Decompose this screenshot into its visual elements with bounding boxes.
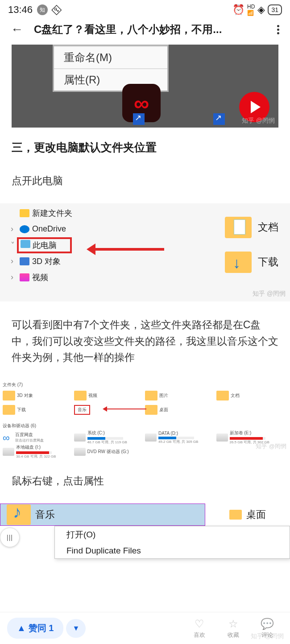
annotation-arrow	[106, 409, 146, 409]
section-heading: 三，更改电脑默认文件夹位置	[0, 140, 290, 155]
comment-icon: 💬	[261, 618, 274, 630]
baidu-icon	[3, 432, 13, 443]
downvote-button[interactable]: ▼	[66, 619, 86, 638]
music-folder-icon	[7, 504, 31, 525]
alarm-icon: ⏰	[232, 4, 244, 16]
article-image-this-pc: 新建文件夹 ›OneDrive ˅ 此电脑 ›3D 对象 ›视频 文档 下载 知…	[0, 203, 290, 301]
section-label-folders: 文件夹 (7)	[3, 382, 23, 388]
tree-video: 视频	[32, 272, 48, 283]
folder-icon	[20, 209, 29, 217]
video-icon	[20, 273, 29, 281]
more-menu-icon[interactable]	[277, 25, 279, 34]
drive-dvd: DVD RW 驱动器 (G:)	[87, 449, 129, 455]
article-image-properties-menu: 音乐 桌面 打开(O) Find Duplicate Files	[0, 504, 290, 556]
shortcut-arrow-icon	[133, 113, 145, 125]
like-button[interactable]: ♡喜欢	[184, 618, 215, 639]
tree-new-folder: 新建文件夹	[32, 208, 72, 219]
heart-icon: ♡	[195, 618, 204, 630]
drive-icon	[74, 433, 86, 442]
3d-objects-icon	[20, 257, 29, 265]
title-bar: ← C盘红了？看这里，八个小妙招，不用...	[0, 18, 290, 45]
signal-icon: HD📶	[247, 4, 255, 16]
dvd-icon	[74, 448, 86, 456]
drive-icon	[216, 433, 228, 442]
tree-onedrive: OneDrive	[32, 224, 66, 234]
drive-icon	[145, 433, 157, 442]
vpn-key-icon: ⚿	[50, 3, 63, 17]
folder-icon	[74, 391, 87, 400]
drive-c: 系统 (C:)	[87, 430, 127, 436]
context-menu: 打开(O) Find Duplicate Files	[54, 526, 290, 559]
folder-video: 视频	[88, 392, 97, 399]
image-watermark: 知乎 @罔惘	[256, 442, 286, 450]
shortcut-arrow-icon	[213, 113, 225, 125]
folder-docs: 文档	[231, 392, 240, 399]
onedrive-icon	[20, 225, 29, 233]
back-arrow-icon[interactable]: ←	[11, 22, 23, 37]
annotation-arrow	[93, 248, 164, 251]
bottom-action-bar: ▲ 赞同 1 ▼ ♡喜欢 ☆收藏 💬评论 知乎 @罔惘	[0, 612, 290, 644]
folder-3d: 3D 对象	[17, 392, 33, 399]
folder-desktop: 桌面	[246, 508, 266, 521]
paragraph: 可以看到图中有7个文件夹，这些文件夹路径都是在C盘中，我们可以改变这些文件夹的路…	[0, 317, 290, 366]
pc-icon	[21, 240, 30, 248]
drive-e: 新加卷 (E:)	[230, 430, 269, 436]
wifi-icon: ◈	[257, 4, 265, 16]
folder-icon	[145, 391, 157, 400]
paragraph: 点开此电脑	[0, 173, 290, 189]
folder-icon	[3, 391, 15, 400]
star-icon: ☆	[228, 618, 238, 630]
folder-documents: 文档	[258, 220, 278, 234]
favorite-button[interactable]: ☆收藏	[218, 618, 249, 639]
folder-icon	[216, 391, 229, 400]
image-watermark: 知乎 @罔惘	[253, 290, 286, 298]
folder-music: 音乐	[78, 407, 87, 412]
page-title: C盘红了？看这里，八个小妙招，不用...	[34, 22, 266, 37]
folder-desktop: 桌面	[159, 407, 168, 413]
pause-indicator-icon	[0, 528, 20, 547]
folder-downloads: 下载	[258, 255, 278, 269]
folder-icon	[229, 510, 242, 520]
article-image-drives: 文件夹 (7) 3D 对象 视频 图片 文档 下载 音乐 桌面 设备和驱动器 (…	[0, 380, 290, 459]
folder-icon	[3, 405, 15, 415]
ctx-menu-find-duplicate: Find Duplicate Files	[55, 543, 290, 558]
image-watermark: 知乎 @罔惘	[242, 117, 275, 125]
section-label-drives: 设备和驱动器 (6)	[3, 423, 36, 429]
page-watermark: 知乎 @罔惘	[251, 632, 284, 640]
status-bar: 13:46 知 ⚿ ⏰ HD📶 ◈ 31	[0, 0, 290, 18]
folder-downloads: 下载	[17, 407, 26, 413]
downloads-folder-icon	[225, 252, 252, 273]
folder-icon	[145, 405, 157, 415]
ctx-menu-open: 打开(O)	[55, 526, 290, 543]
drive-local: 本地磁盘 (I:)	[16, 444, 56, 450]
drive-baidu: 百度网盘	[15, 432, 44, 438]
ctx-menu-rename: 重命名(M)	[54, 46, 167, 68]
folder-pictures: 图片	[159, 392, 168, 399]
tree-this-pc: 此电脑	[33, 241, 57, 250]
paragraph: 鼠标右键，点击属性	[0, 473, 290, 489]
upvote-button[interactable]: ▲ 赞同 1	[7, 618, 63, 639]
folder-music-selected: 音乐	[35, 508, 55, 521]
article-image-context-menu: 重命名(M) 属性(R) 知乎 @罔惘	[12, 45, 278, 128]
documents-folder-icon	[225, 217, 252, 238]
drive-d: DATA (D:)	[158, 431, 198, 436]
status-time: 13:46	[8, 4, 33, 16]
battery-status: 31	[268, 4, 282, 15]
app-badge-icon: 知	[37, 4, 48, 15]
drive-icon	[3, 448, 14, 456]
tree-3d: 3D 对象	[32, 256, 61, 267]
